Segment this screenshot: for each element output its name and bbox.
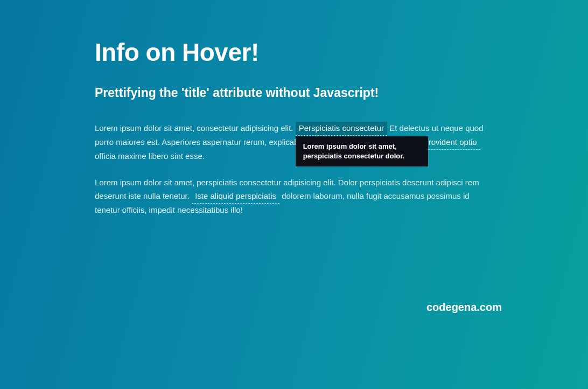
attribution-label: codegena.com — [426, 301, 502, 314]
text-segment: Lorem ipsum dolor sit amet, consectetur … — [95, 123, 296, 133]
page-subtitle: Prettifying the 'title' attribute withou… — [95, 86, 493, 100]
tooltip-trigger-label: Iste aliquid perspiciatis — [195, 191, 276, 200]
tooltip-trigger-iste[interactable]: Iste aliquid perspiciatis — [192, 190, 279, 204]
tooltip-content: Lorem ipsum dolor sit amet, perspiciatis… — [296, 136, 428, 166]
text-segment: officia maxime libero sint esse. — [95, 151, 205, 161]
tooltip-trigger-perspiciatis[interactable]: Perspiciatis consectetur Lorem ipsum dol… — [296, 122, 387, 136]
tooltip-trigger-label: Perspiciatis consectetur — [299, 123, 384, 133]
tooltip-trigger-label: provident optio — [424, 137, 477, 147]
page-title: Info on Hover! — [95, 38, 493, 67]
paragraph-2: Lorem ipsum dolor sit amet, perspiciatis… — [95, 176, 493, 217]
paragraph-1: Lorem ipsum dolor sit amet, consectetur … — [95, 122, 493, 163]
tooltip-trigger-provident[interactable]: provident optio — [421, 136, 480, 150]
